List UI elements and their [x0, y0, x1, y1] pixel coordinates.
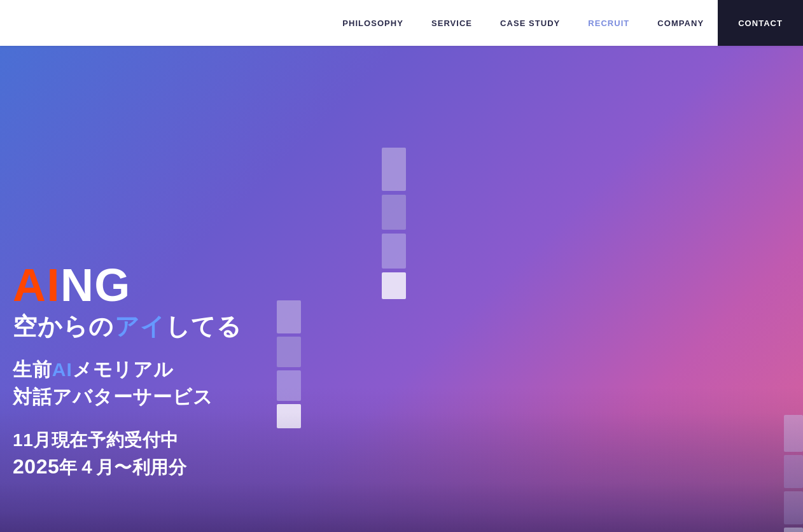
block-2-a: [277, 300, 301, 333]
main-nav: PHILOSOPHY SERVICE CASE STUDY RECRUIT CO…: [328, 0, 803, 46]
hero-desc1-rest: メモリアル: [73, 359, 174, 380]
hero-desc1-pre: 生前: [13, 359, 52, 380]
hero-title-ai: AI: [13, 262, 60, 308]
nav-philosophy[interactable]: PHILOSOPHY: [328, 18, 417, 28]
hero-date-rest: 年４月〜利用分: [59, 458, 186, 477]
decorative-blocks-3: [784, 415, 803, 532]
block-3-b: [784, 455, 803, 488]
block-2-d: [277, 404, 301, 428]
hero-subtitle-post: してる: [165, 313, 242, 340]
block-1-b: [382, 195, 406, 230]
block-1-c: [382, 234, 406, 269]
header: PHILOSOPHY SERVICE CASE STUDY RECRUIT CO…: [0, 0, 803, 46]
block-3-d: [784, 528, 803, 532]
hero-subtitle-ai: アイ: [115, 313, 165, 340]
nav-case-study[interactable]: CASE STUDY: [486, 18, 574, 28]
decorative-blocks-1: [382, 148, 406, 299]
hero-date-year: 2025: [13, 455, 59, 478]
hero-date: 2025年４月〜利用分: [13, 455, 242, 480]
nav-service[interactable]: SERVICE: [417, 18, 486, 28]
hero-desc1: 生前AIメモリアル: [13, 357, 242, 383]
block-3-a: [784, 415, 803, 452]
hero-desc1-ai: AI: [52, 359, 73, 380]
block-3-c: [784, 491, 803, 524]
hero-section: AI NG 空からのアイしてる 生前AIメモリアル 対話アバターサービス 11月…: [0, 46, 803, 532]
block-1-a: [382, 148, 406, 191]
hero-subtitle: 空からのアイしてる: [13, 311, 242, 343]
hero-desc2: 対話アバターサービス: [13, 384, 242, 410]
nav-contact[interactable]: CONTACT: [718, 0, 803, 46]
hero-content: AI NG 空からのアイしてる 生前AIメモリアル 対話アバターサービス 11月…: [13, 262, 242, 480]
hero-title: AI NG: [13, 262, 242, 308]
block-1-d: [382, 272, 406, 299]
hero-subtitle-pre: 空からの: [13, 313, 115, 340]
nav-recruit[interactable]: RECRUIT: [574, 18, 643, 28]
block-2-c: [277, 370, 301, 401]
block-2-b: [277, 337, 301, 367]
decorative-blocks-2: [277, 300, 301, 428]
hero-reserve: 11月現在予約受付中: [13, 428, 242, 452]
hero-title-ng: NG: [60, 262, 131, 308]
nav-company[interactable]: COMPANY: [643, 18, 718, 28]
